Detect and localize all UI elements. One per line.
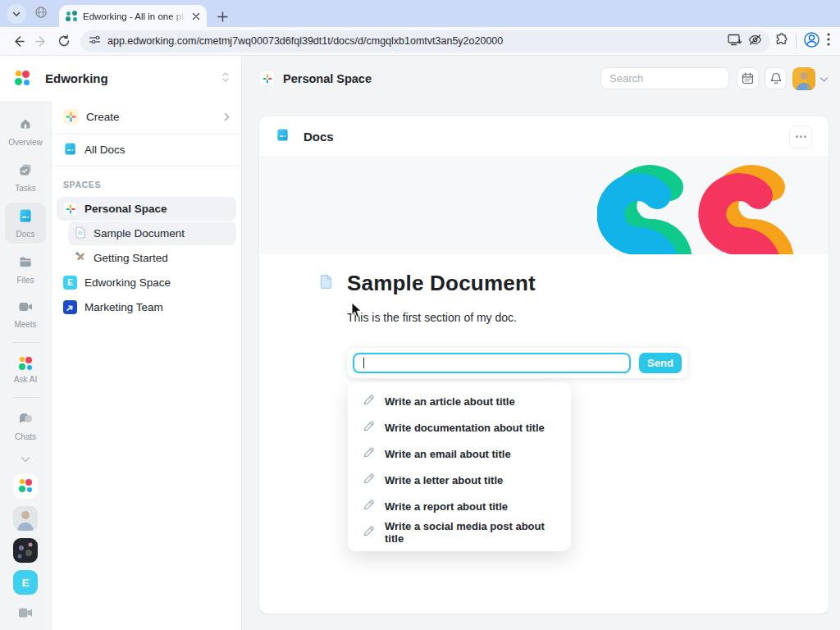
suggestion-item[interactable]: Write an article about title	[348, 388, 571, 414]
browser-profile-icon[interactable]	[803, 31, 820, 52]
account-avatar[interactable]	[792, 67, 815, 90]
overview-icon	[18, 116, 33, 135]
suggestion-label: Write an article about title	[385, 395, 515, 408]
extensions-icon[interactable]	[775, 33, 789, 50]
notifications-button[interactable]	[765, 67, 787, 89]
all-docs-label: All Docs	[84, 144, 230, 156]
rail-label: Ask AI	[14, 375, 37, 384]
create-plus-icon	[63, 109, 79, 125]
workspace-chat-avatar[interactable]	[13, 474, 38, 499]
suggestion-label: Write a letter about title	[385, 474, 503, 486]
tools-icon	[75, 251, 86, 265]
panel-menu-button[interactable]	[789, 126, 812, 148]
rail-item-chats[interactable]: Chats	[5, 406, 46, 446]
suggestion-label: Write a report about title	[385, 500, 508, 513]
eye-off-icon[interactable]	[748, 34, 762, 49]
reload-button[interactable]	[52, 30, 75, 52]
site-settings-icon[interactable]	[89, 34, 101, 49]
doc-body: Sample Document This is the first sectio…	[259, 254, 829, 551]
icon-rail: Overview Tasks Docs Files	[0, 101, 52, 630]
edworking-space-icon: E	[63, 276, 77, 290]
files-icon	[18, 254, 33, 272]
url-text[interactable]: app.edworking.com/cmetmj7wq00073d6fql39d…	[107, 35, 721, 47]
suggestion-item[interactable]: Write an email about title	[348, 441, 571, 467]
install-app-icon[interactable]	[728, 34, 742, 49]
docs-icon	[18, 208, 33, 226]
space-label: Personal Space	[84, 203, 230, 215]
send-button[interactable]: Send	[639, 353, 682, 373]
space-item-personal[interactable]: Personal Space	[57, 197, 236, 221]
suggestion-item[interactable]: Write a social media post about title	[348, 519, 571, 546]
cover-pattern-shapes	[597, 162, 804, 254]
ai-suggestions-menu: Write an article about title Write docum…	[348, 382, 571, 551]
doc-label: Sample Document	[94, 227, 230, 240]
rail-label: Meets	[14, 320, 36, 329]
rail-item-tasks[interactable]: Tasks	[5, 157, 46, 198]
url-bar[interactable]: app.edworking.com/cmetmj7wq00073d6fql39d…	[80, 30, 770, 52]
screen: Edworking - All in one platfo app.edwork…	[0, 0, 840, 630]
text-caret	[363, 358, 364, 368]
doc-paragraph[interactable]: This is the first section of my doc.	[347, 311, 829, 324]
pencil-icon	[363, 446, 375, 461]
doc-label: Getting Started	[94, 252, 230, 264]
all-docs-icon	[63, 142, 77, 158]
docs-panel-icon	[276, 128, 290, 145]
chats-collapse-icon[interactable]	[21, 451, 30, 466]
marketing-team-icon	[63, 300, 77, 314]
ai-prompt-input[interactable]	[353, 353, 631, 373]
suggestion-item[interactable]: Write documentation about title	[348, 414, 571, 441]
avatar-letter: E	[22, 577, 30, 589]
browser-menu-icon[interactable]	[827, 33, 830, 49]
doc-item-getting-started[interactable]: Getting Started	[68, 246, 236, 270]
suggestion-label: Write a social media post about title	[385, 520, 559, 545]
suggestion-item[interactable]: Write a report about title	[348, 493, 571, 519]
rail-item-files[interactable]: Files	[5, 249, 46, 290]
rail-item-overview[interactable]: Overview	[5, 111, 46, 152]
doc-item-sample-document[interactable]: Sample Document	[68, 221, 236, 245]
space-badge-letter: E	[67, 278, 73, 287]
space-label: Marketing Team	[84, 301, 230, 313]
create-button[interactable]: Create	[52, 101, 241, 134]
doc-cover-banner[interactable]	[259, 158, 829, 254]
user-avatar[interactable]	[13, 506, 38, 531]
search-box[interactable]	[600, 67, 729, 89]
rail-label: Tasks	[15, 184, 36, 193]
all-docs-item[interactable]: All Docs	[52, 134, 241, 167]
space-item-edworking[interactable]: E Edworking Space	[57, 271, 236, 294]
browser-tab[interactable]: Edworking - All in one platfo	[59, 5, 207, 27]
edworking-favicon-icon	[66, 11, 77, 22]
tab-search-chevron-icon[interactable]	[7, 4, 26, 24]
rail-item-meets[interactable]: Meets	[5, 294, 46, 334]
chevron-right-icon	[224, 112, 230, 121]
workspace-switcher-icon[interactable]	[221, 71, 230, 86]
app-frame: Edworking Overview Tasks	[0, 56, 840, 630]
account-chevron-icon[interactable]	[819, 71, 829, 86]
doc-title[interactable]: Sample Document	[347, 271, 536, 296]
rail-label: Files	[16, 276, 34, 285]
rail-divider	[11, 397, 39, 398]
rail-item-ask-ai[interactable]: Ask AI	[5, 351, 46, 389]
back-button[interactable]	[7, 30, 30, 52]
workspace-header[interactable]: Edworking	[0, 56, 241, 101]
calendar-button[interactable]	[737, 67, 759, 89]
current-space-name: Personal Space	[283, 72, 600, 85]
doc-title-icon	[319, 274, 333, 293]
space-label: Edworking Space	[84, 276, 230, 289]
edworking-space-avatar[interactable]: E	[13, 570, 38, 595]
suggestion-item[interactable]: Write a letter about title	[348, 467, 571, 493]
docs-panel: Docs	[259, 116, 829, 614]
ai-prompt-bar: Send	[347, 348, 687, 378]
user-avatar[interactable]	[13, 538, 38, 563]
forward-button[interactable]	[30, 30, 52, 52]
rail-item-docs[interactable]: Docs	[5, 203, 46, 244]
search-input[interactable]	[609, 72, 720, 84]
new-tab-button[interactable]	[212, 6, 233, 27]
space-item-marketing[interactable]: Marketing Team	[57, 295, 236, 319]
edworking-logo-icon	[14, 71, 30, 87]
docs-sidebar: Create All Docs SPACES Personal Space	[52, 101, 241, 630]
meeting-camera-icon[interactable]	[18, 607, 34, 622]
rail-label: Chats	[15, 432, 36, 441]
create-label: Create	[86, 111, 217, 123]
pencil-icon	[363, 499, 375, 514]
tab-close-icon[interactable]	[192, 9, 200, 24]
